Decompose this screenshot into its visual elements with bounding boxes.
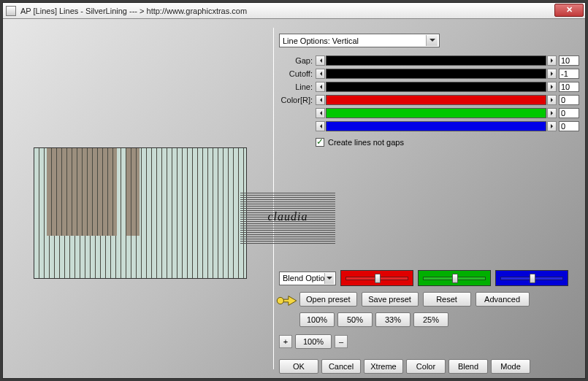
- zoom-in-button[interactable]: +: [279, 335, 292, 348]
- slider-track[interactable]: [326, 55, 546, 66]
- slider-value[interactable]: 0: [559, 95, 579, 105]
- slider-row: 0: [279, 107, 579, 119]
- color-button[interactable]: Color: [406, 359, 446, 374]
- slider-increment[interactable]: [547, 69, 557, 79]
- slider-decrement[interactable]: [316, 82, 325, 92]
- slider-track[interactable]: [326, 108, 546, 118]
- slider-track[interactable]: [326, 82, 546, 92]
- slider-increment[interactable]: [547, 55, 557, 66]
- percent-row: 100%50%33%25%: [299, 312, 579, 327]
- blend-options-dropdown[interactable]: Blend Options: [279, 272, 336, 285]
- slider-label: Cutoff:: [279, 69, 316, 78]
- create-lines-label: Create lines not gaps: [328, 138, 404, 147]
- open-preset-button[interactable]: Open preset: [299, 292, 357, 307]
- zoom-value[interactable]: 100%: [295, 334, 332, 349]
- blend-row: Blend Options: [279, 270, 579, 286]
- lower-panel: Blend Options Open preset Save preset Re…: [279, 270, 579, 374]
- percent-button[interactable]: 25%: [413, 312, 448, 327]
- slider-row: Gap:10: [279, 55, 579, 66]
- watermark-text: claudia: [240, 210, 335, 223]
- create-lines-checkbox-row: Create lines not gaps: [316, 138, 579, 147]
- slider-increment[interactable]: [547, 82, 557, 92]
- preset-buttons-row: Open preset Save preset Reset Advanced: [299, 292, 579, 307]
- watermark: claudia: [240, 193, 335, 244]
- slider-row: Line:10: [279, 81, 579, 93]
- slider-value[interactable]: 0: [559, 121, 579, 131]
- window-body: claudia Line Options: Vertical Gap:10Cut…: [3, 19, 585, 378]
- titlebar[interactable]: AP [Lines] Lines - SilverLining --- > ht…: [3, 3, 585, 19]
- blue-slider[interactable]: [495, 270, 568, 286]
- slider-track[interactable]: [326, 121, 546, 131]
- preview-canvas: [34, 147, 247, 279]
- percent-button[interactable]: 33%: [375, 312, 411, 327]
- line-options-value: Line Options: Vertical: [283, 36, 359, 45]
- slider-value[interactable]: 10: [559, 82, 579, 92]
- slider-increment[interactable]: [547, 121, 557, 131]
- slider-value[interactable]: -1: [559, 69, 579, 79]
- chevron-down-icon: [324, 273, 334, 284]
- line-options-dropdown[interactable]: Line Options: Vertical: [279, 34, 440, 47]
- slider-decrement[interactable]: [316, 69, 325, 79]
- slider-increment[interactable]: [547, 108, 557, 118]
- advanced-button[interactable]: Advanced: [476, 292, 530, 307]
- slider-label: Line:: [279, 82, 316, 91]
- panel-divider: [273, 28, 274, 369]
- slider-decrement[interactable]: [316, 108, 325, 118]
- preview-dark-block-2: [126, 148, 140, 236]
- green-slider[interactable]: [418, 270, 491, 286]
- main-buttons-row: OKCancelXtremeColorBlendMode: [279, 359, 579, 374]
- slider-decrement[interactable]: [316, 55, 325, 66]
- close-icon: ✕: [566, 5, 573, 14]
- cancel-button[interactable]: Cancel: [321, 359, 361, 374]
- ok-button[interactable]: OK: [279, 359, 318, 374]
- reset-button[interactable]: Reset: [423, 292, 471, 307]
- zoom-row: + 100% –: [279, 334, 579, 349]
- slider-track[interactable]: [326, 69, 546, 79]
- options-panel: Line Options: Vertical Gap:10Cutoff:-1Li…: [279, 34, 579, 147]
- chevron-down-icon: [426, 35, 438, 46]
- slider-value[interactable]: 0: [559, 108, 579, 118]
- save-preset-button[interactable]: Save preset: [362, 292, 419, 307]
- percent-button[interactable]: 100%: [299, 312, 335, 327]
- xtreme-button[interactable]: Xtreme: [364, 359, 403, 374]
- percent-button[interactable]: 50%: [337, 312, 373, 327]
- slider-row: Color[R]:0: [279, 94, 579, 106]
- mode-button[interactable]: Mode: [491, 359, 530, 374]
- create-lines-checkbox[interactable]: [316, 138, 324, 147]
- slider-row: Cutoff:-1: [279, 68, 579, 80]
- slider-increment[interactable]: [547, 95, 557, 105]
- slider-decrement[interactable]: [316, 95, 325, 105]
- watermark-lines: [240, 193, 335, 244]
- plugin-window: AP [Lines] Lines - SilverLining --- > ht…: [2, 2, 586, 379]
- app-icon: [6, 6, 16, 16]
- blend-button[interactable]: Blend: [448, 359, 488, 374]
- preview-dark-block-1: [47, 148, 117, 236]
- zoom-out-button[interactable]: –: [335, 335, 348, 348]
- slider-value[interactable]: 10: [559, 55, 579, 66]
- red-slider[interactable]: [340, 270, 413, 286]
- slider-label: Color[R]:: [279, 96, 316, 104]
- window-title: AP [Lines] Lines - SilverLining --- > ht…: [20, 7, 247, 15]
- slider-label: Gap:: [279, 56, 316, 65]
- slider-decrement[interactable]: [316, 121, 325, 131]
- close-button[interactable]: ✕: [554, 4, 584, 17]
- slider-row: 0: [279, 120, 579, 132]
- blend-options-value: Blend Options: [283, 274, 324, 282]
- slider-track[interactable]: [326, 95, 546, 105]
